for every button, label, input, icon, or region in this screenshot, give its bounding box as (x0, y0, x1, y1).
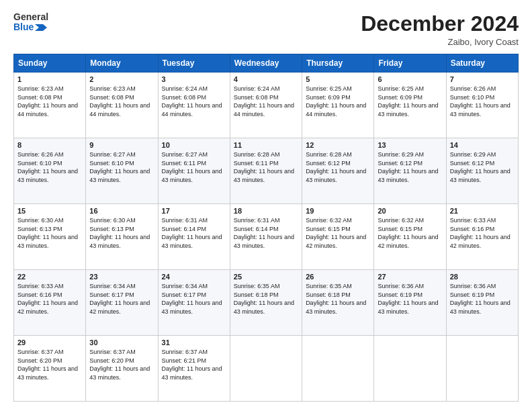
cell-info: Sunrise: 6:33 AMSunset: 6:16 PMDaylight:… (17, 283, 78, 315)
day-number: 26 (306, 273, 370, 281)
calendar-table: Sunday Monday Tuesday Wednesday Thursday… (13, 54, 519, 402)
day-number: 9 (89, 141, 154, 149)
cell-info: Sunrise: 6:27 AMSunset: 6:10 PMDaylight:… (89, 151, 150, 183)
day-number: 29 (17, 338, 82, 347)
table-cell: 21 Sunrise: 6:33 AMSunset: 6:16 PMDaylig… (446, 204, 518, 270)
table-cell: 7 Sunrise: 6:26 AMSunset: 6:10 PMDayligh… (446, 73, 518, 138)
day-number: 21 (450, 207, 515, 215)
table-cell: 2 Sunrise: 6:23 AMSunset: 6:08 PMDayligh… (86, 73, 158, 138)
logo-general: General (13, 12, 48, 22)
day-number: 3 (162, 75, 226, 83)
col-tuesday: Tuesday (158, 54, 230, 73)
cell-info: Sunrise: 6:34 AMSunset: 6:17 PMDaylight:… (89, 283, 150, 315)
table-cell: 22 Sunrise: 6:33 AMSunset: 6:16 PMDaylig… (14, 270, 86, 336)
cell-info: Sunrise: 6:35 AMSunset: 6:18 PMDaylight:… (234, 283, 294, 315)
day-number: 4 (234, 75, 298, 83)
cell-info: Sunrise: 6:23 AMSunset: 6:08 PMDaylight:… (17, 85, 78, 118)
day-number: 1 (17, 75, 82, 83)
table-cell (446, 336, 518, 402)
cell-info: Sunrise: 6:26 AMSunset: 6:10 PMDaylight:… (17, 151, 78, 183)
col-friday: Friday (374, 54, 446, 73)
cell-info: Sunrise: 6:37 AMSunset: 6:20 PMDaylight:… (89, 349, 150, 381)
calendar-week-2: 8 Sunrise: 6:26 AMSunset: 6:10 PMDayligh… (14, 138, 519, 204)
table-cell: 16 Sunrise: 6:30 AMSunset: 6:13 PMDaylig… (86, 204, 158, 270)
cell-info: Sunrise: 6:27 AMSunset: 6:11 PMDaylight:… (162, 151, 222, 183)
col-thursday: Thursday (302, 54, 374, 73)
table-cell: 5 Sunrise: 6:25 AMSunset: 6:09 PMDayligh… (302, 73, 374, 138)
day-number: 25 (234, 273, 298, 281)
day-number: 24 (162, 273, 226, 281)
day-number: 5 (306, 75, 370, 83)
cell-info: Sunrise: 6:35 AMSunset: 6:18 PMDaylight:… (306, 283, 366, 315)
day-number: 28 (450, 273, 515, 281)
calendar-week-3: 15 Sunrise: 6:30 AMSunset: 6:13 PMDaylig… (14, 204, 519, 270)
day-number: 15 (17, 207, 82, 215)
cell-info: Sunrise: 6:25 AMSunset: 6:09 PMDaylight:… (378, 85, 438, 118)
table-cell: 20 Sunrise: 6:32 AMSunset: 6:15 PMDaylig… (374, 204, 446, 270)
table-cell: 3 Sunrise: 6:24 AMSunset: 6:08 PMDayligh… (158, 73, 230, 138)
title-block: December 2024 Zaibo, Ivory Coast (361, 12, 519, 47)
day-number: 8 (17, 141, 82, 149)
day-number: 16 (89, 207, 154, 215)
cell-info: Sunrise: 6:30 AMSunset: 6:13 PMDaylight:… (89, 217, 150, 249)
cell-info: Sunrise: 6:37 AMSunset: 6:20 PMDaylight:… (17, 349, 78, 381)
calendar-week-4: 22 Sunrise: 6:33 AMSunset: 6:16 PMDaylig… (14, 270, 519, 336)
day-number: 22 (17, 273, 82, 281)
day-number: 11 (234, 141, 298, 149)
location: Zaibo, Ivory Coast (361, 37, 519, 47)
table-cell: 4 Sunrise: 6:24 AMSunset: 6:08 PMDayligh… (230, 73, 302, 138)
cell-info: Sunrise: 6:33 AMSunset: 6:16 PMDaylight:… (450, 217, 511, 249)
table-cell: 6 Sunrise: 6:25 AMSunset: 6:09 PMDayligh… (374, 73, 446, 138)
table-cell: 13 Sunrise: 6:29 AMSunset: 6:12 PMDaylig… (374, 138, 446, 204)
table-cell: 9 Sunrise: 6:27 AMSunset: 6:10 PMDayligh… (86, 138, 158, 204)
table-cell: 28 Sunrise: 6:36 AMSunset: 6:19 PMDaylig… (446, 270, 518, 336)
calendar-week-5: 29 Sunrise: 6:37 AMSunset: 6:20 PMDaylig… (14, 336, 519, 402)
table-cell: 25 Sunrise: 6:35 AMSunset: 6:18 PMDaylig… (230, 270, 302, 336)
table-cell: 17 Sunrise: 6:31 AMSunset: 6:14 PMDaylig… (158, 204, 230, 270)
col-wednesday: Wednesday (230, 54, 302, 73)
table-cell (302, 336, 374, 402)
cell-info: Sunrise: 6:29 AMSunset: 6:12 PMDaylight:… (378, 151, 438, 183)
col-sunday: Sunday (14, 54, 86, 73)
table-cell: 1 Sunrise: 6:23 AMSunset: 6:08 PMDayligh… (14, 73, 86, 138)
cell-info: Sunrise: 6:26 AMSunset: 6:10 PMDaylight:… (450, 85, 511, 118)
table-cell (374, 336, 446, 402)
cell-info: Sunrise: 6:31 AMSunset: 6:14 PMDaylight:… (162, 217, 222, 249)
table-cell: 19 Sunrise: 6:32 AMSunset: 6:15 PMDaylig… (302, 204, 374, 270)
table-cell: 29 Sunrise: 6:37 AMSunset: 6:20 PMDaylig… (14, 336, 86, 402)
table-cell: 15 Sunrise: 6:30 AMSunset: 6:13 PMDaylig… (14, 204, 86, 270)
cell-info: Sunrise: 6:28 AMSunset: 6:12 PMDaylight:… (306, 151, 366, 183)
table-cell: 24 Sunrise: 6:34 AMSunset: 6:17 PMDaylig… (158, 270, 230, 336)
cell-info: Sunrise: 6:24 AMSunset: 6:08 PMDaylight:… (162, 85, 222, 118)
day-number: 14 (450, 141, 515, 149)
day-number: 12 (306, 141, 370, 149)
table-cell (230, 336, 302, 402)
svg-marker-0 (35, 24, 47, 31)
cell-info: Sunrise: 6:25 AMSunset: 6:09 PMDaylight:… (306, 85, 366, 118)
day-number: 17 (162, 207, 226, 215)
page: General Blue December 2024 Zaibo, Ivory … (0, 0, 532, 411)
cell-info: Sunrise: 6:24 AMSunset: 6:08 PMDaylight:… (234, 85, 294, 118)
day-number: 10 (162, 141, 226, 149)
cell-info: Sunrise: 6:31 AMSunset: 6:14 PMDaylight:… (234, 217, 294, 249)
calendar-week-1: 1 Sunrise: 6:23 AMSunset: 6:08 PMDayligh… (14, 73, 519, 138)
table-cell: 30 Sunrise: 6:37 AMSunset: 6:20 PMDaylig… (86, 336, 158, 402)
calendar-header-row: Sunday Monday Tuesday Wednesday Thursday… (14, 54, 519, 73)
day-number: 27 (378, 273, 442, 281)
cell-info: Sunrise: 6:28 AMSunset: 6:11 PMDaylight:… (234, 151, 294, 183)
table-cell: 10 Sunrise: 6:27 AMSunset: 6:11 PMDaylig… (158, 138, 230, 204)
header: General Blue December 2024 Zaibo, Ivory … (13, 12, 519, 47)
day-number: 2 (89, 75, 154, 83)
logo-blue: Blue (13, 22, 48, 32)
day-number: 23 (89, 273, 154, 281)
col-saturday: Saturday (446, 54, 518, 73)
day-number: 20 (378, 207, 442, 215)
table-cell: 11 Sunrise: 6:28 AMSunset: 6:11 PMDaylig… (230, 138, 302, 204)
cell-info: Sunrise: 6:36 AMSunset: 6:19 PMDaylight:… (450, 283, 511, 315)
day-number: 19 (306, 207, 370, 215)
day-number: 13 (378, 141, 442, 149)
month-title: December 2024 (361, 12, 519, 36)
cell-info: Sunrise: 6:36 AMSunset: 6:19 PMDaylight:… (378, 283, 438, 315)
day-number: 7 (450, 75, 515, 83)
day-number: 6 (378, 75, 442, 83)
